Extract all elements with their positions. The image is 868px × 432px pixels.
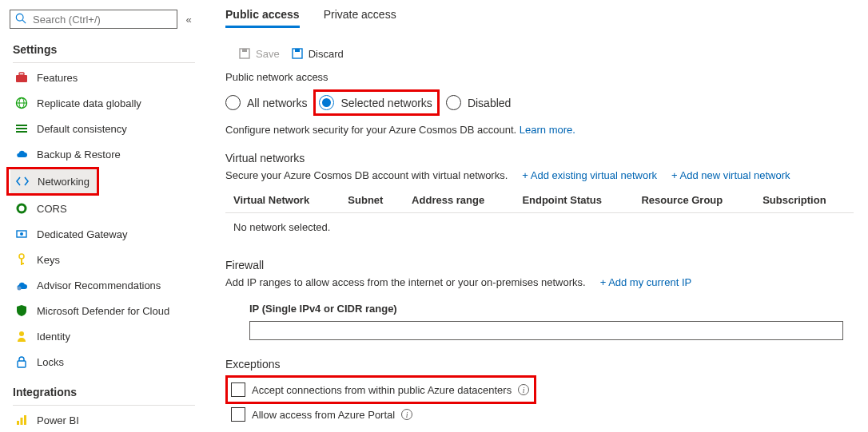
info-icon[interactable]: i	[401, 409, 412, 420]
sidebar-item-label: Networking	[38, 176, 90, 188]
svg-rect-2	[16, 75, 27, 82]
sidebar-item-replicate[interactable]: Replicate data globally	[10, 90, 208, 116]
collapse-sidebar-icon[interactable]: «	[181, 14, 197, 26]
sidebar-item-powerbi[interactable]: Power BI	[10, 407, 208, 432]
svg-rect-26	[295, 49, 300, 52]
svg-rect-20	[17, 421, 19, 425]
sidebar-item-label: Microsoft Defender for Cloud	[37, 305, 169, 317]
discard-label: Discard	[309, 48, 344, 60]
svg-rect-16	[21, 263, 24, 264]
svg-point-11	[19, 206, 25, 212]
radio-label: Disabled	[468, 97, 511, 109]
sidebar-item-keys[interactable]: Keys	[10, 247, 208, 272]
sidebar-item-label: Default consistency	[37, 123, 127, 135]
public-network-access-label: Public network access	[225, 71, 868, 83]
gateway-icon	[14, 227, 29, 241]
advisor-icon	[14, 278, 29, 292]
radio-all-networks[interactable]: All networks	[225, 95, 307, 110]
vnets-heading: Virtual networks	[225, 152, 868, 164]
svg-point-14	[19, 254, 24, 259]
info-icon[interactable]: i	[518, 384, 529, 395]
highlight-accept-datacenters: Accept connections from within public Az…	[225, 375, 536, 404]
divider	[13, 62, 195, 63]
code-icon	[15, 174, 30, 188]
svg-rect-21	[21, 418, 23, 425]
add-new-vnet-link[interactable]: + Add new virtual network	[671, 169, 790, 181]
sidebar: « Settings Features Replicate data globa…	[0, 0, 208, 432]
learn-more-link[interactable]: Learn more.	[520, 124, 575, 136]
sidebar-item-label: CORS	[37, 203, 67, 215]
ip-input[interactable]	[249, 321, 843, 340]
tabs: Public access Private access	[225, 8, 868, 28]
svg-point-0	[16, 14, 23, 21]
add-my-ip-link[interactable]: + Add my current IP	[600, 276, 692, 288]
radio-selected-networks[interactable]: Selected networks	[319, 95, 432, 110]
svg-point-17	[18, 287, 22, 291]
sidebar-item-gateway[interactable]: Dedicated Gateway	[10, 221, 208, 247]
shield-icon	[14, 303, 29, 318]
col-vnet: Virtual Network	[225, 188, 340, 213]
svg-rect-3	[19, 73, 24, 75]
vnets-table: Virtual Network Subnet Address range End…	[225, 188, 854, 241]
discard-icon	[291, 47, 304, 60]
discard-button[interactable]: Discard	[291, 47, 344, 60]
vnets-empty: No network selected.	[225, 213, 854, 242]
checkbox-accept-datacenters[interactable]	[231, 382, 245, 397]
col-range: Address range	[404, 188, 514, 213]
network-access-radios: All networks Selected networks Disabled	[225, 89, 868, 116]
sidebar-item-cors[interactable]: CORS	[10, 196, 208, 221]
sidebar-item-identity[interactable]: Identity	[10, 323, 208, 349]
svg-rect-8	[16, 128, 27, 129]
sidebar-item-label: Advisor Recommendations	[37, 279, 161, 291]
sidebar-item-consistency[interactable]: Default consistency	[10, 116, 208, 141]
sidebar-item-label: Identity	[37, 331, 70, 343]
table-row: No network selected.	[225, 213, 854, 242]
checkbox-label: Accept connections from within public Az…	[252, 384, 512, 396]
search-icon	[15, 13, 26, 26]
section-title-integrations: Integrations	[10, 382, 208, 403]
section-title-settings: Settings	[10, 40, 208, 61]
svg-line-1	[22, 20, 26, 23]
sidebar-item-defender[interactable]: Microsoft Defender for Cloud	[10, 298, 208, 323]
sidebar-item-networking[interactable]: Networking	[10, 169, 97, 193]
ip-column-label: IP (Single IPv4 or CIDR range)	[225, 295, 868, 321]
vnets-desc: Secure your Azure Cosmos DB account with…	[225, 169, 508, 181]
cloud-icon	[14, 147, 29, 161]
highlight-selected-networks: Selected networks	[313, 89, 439, 116]
sidebar-item-label: Locks	[37, 356, 64, 368]
lock-icon	[14, 355, 29, 369]
col-rg: Resource Group	[633, 188, 755, 213]
col-sub: Subscription	[755, 188, 854, 213]
globe-shield-icon	[14, 201, 29, 216]
add-existing-vnet-link[interactable]: + Add existing virtual network	[522, 169, 657, 181]
sidebar-item-advisor[interactable]: Advisor Recommendations	[10, 272, 208, 298]
tab-private-access[interactable]: Private access	[324, 8, 396, 28]
search-box[interactable]	[10, 10, 177, 29]
radio-label: All networks	[247, 97, 307, 109]
checkbox-allow-portal[interactable]	[231, 407, 245, 422]
key-icon	[14, 252, 29, 267]
sidebar-item-backup[interactable]: Backup & Restore	[10, 141, 208, 167]
firewall-heading: Firewall	[225, 259, 868, 271]
exceptions-heading: Exceptions	[225, 358, 868, 371]
toolbar: Save Discard	[238, 47, 868, 60]
tab-public-access[interactable]: Public access	[225, 8, 300, 28]
save-button[interactable]: Save	[238, 47, 280, 60]
radio-disabled[interactable]: Disabled	[446, 95, 511, 110]
svg-rect-7	[16, 125, 27, 126]
svg-point-18	[19, 331, 24, 336]
save-label: Save	[256, 48, 280, 60]
sidebar-item-label: Dedicated Gateway	[37, 228, 127, 240]
globe-icon	[14, 96, 29, 110]
search-input[interactable]	[31, 13, 172, 26]
sidebar-item-label: Replicate data globally	[37, 97, 141, 109]
main-content: Public access Private access Save Discar…	[208, 0, 868, 432]
sidebar-item-locks[interactable]: Locks	[10, 349, 208, 375]
checkbox-label: Allow access from Azure Portal	[252, 409, 395, 421]
radio-label: Selected networks	[340, 97, 432, 109]
svg-rect-22	[24, 415, 26, 425]
sidebar-item-features[interactable]: Features	[10, 65, 208, 90]
network-access-desc: Configure network security for your Azur…	[225, 124, 868, 136]
powerbi-icon	[14, 413, 29, 427]
col-endpoint: Endpoint Status	[514, 188, 633, 213]
